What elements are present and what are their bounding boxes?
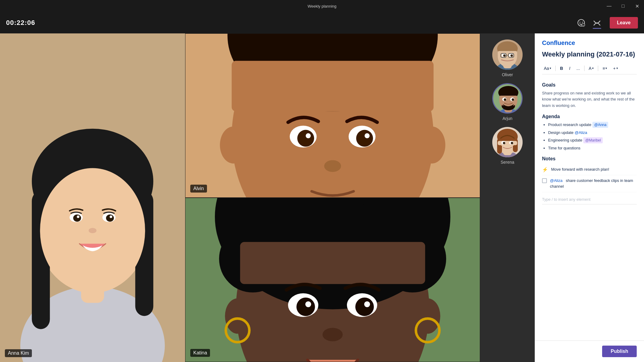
minimize-button[interactable]: — bbox=[602, 0, 616, 12]
confluence-sidebar: Confluence Weekly planning (2021-07-16) … bbox=[535, 33, 644, 362]
svg-point-28 bbox=[297, 130, 314, 147]
notes-section: ⚡ Move forward with research plan! @Aliz… bbox=[542, 164, 637, 204]
alvin-label: Alvin bbox=[190, 185, 207, 193]
more-formatting-button[interactable]: ... bbox=[575, 65, 582, 72]
confluence-icon bbox=[593, 19, 601, 27]
svg-point-34 bbox=[419, 127, 446, 164]
oliver-avatar-image bbox=[492, 39, 523, 70]
main-area: Anna Kim bbox=[0, 33, 644, 362]
text-color-button[interactable]: A ▾ bbox=[587, 65, 595, 72]
call-timer: 00:22:06 bbox=[6, 19, 35, 27]
katina-label: Katina bbox=[190, 349, 210, 357]
svg-point-15 bbox=[73, 214, 81, 222]
svg-point-51 bbox=[364, 301, 370, 307]
top-bar: 00:22:06 + Leave bbox=[0, 12, 644, 33]
participant-arjun: Arjun bbox=[492, 83, 523, 121]
window-title: Weekly planning bbox=[307, 4, 336, 9]
toolbar-divider-3 bbox=[598, 66, 598, 71]
emoji-reaction-button[interactable]: + bbox=[575, 16, 588, 29]
svg-point-29 bbox=[356, 130, 373, 147]
toolbar-divider-2 bbox=[584, 66, 585, 71]
note-input-placeholder[interactable]: Type / to insert any element bbox=[542, 195, 637, 204]
svg-point-17 bbox=[77, 215, 80, 218]
participant-serena: Serena bbox=[492, 127, 523, 165]
participants-sidebar: Oliver bbox=[480, 33, 535, 362]
svg-point-31 bbox=[364, 133, 370, 138]
svg-point-2 bbox=[582, 22, 583, 23]
alvin-video-feed bbox=[185, 34, 480, 197]
svg-point-53 bbox=[225, 298, 250, 333]
close-button[interactable]: ✕ bbox=[630, 0, 644, 12]
note-item-1: ⚡ Move forward with research plan! bbox=[542, 164, 637, 175]
video-cell-katina: Katina bbox=[185, 198, 480, 362]
svg-point-50 bbox=[305, 301, 311, 307]
svg-point-30 bbox=[306, 133, 311, 138]
svg-point-54 bbox=[415, 298, 440, 333]
add-element-button[interactable]: + ▾ bbox=[611, 65, 619, 72]
svg-point-32 bbox=[324, 160, 341, 172]
note-item-2: @Aliza share customer feedback clips in … bbox=[542, 175, 637, 192]
arjun-avatar bbox=[492, 83, 523, 114]
mention-aliza-note: @Aliza bbox=[550, 178, 562, 183]
note-text-2: @Aliza share customer feedback clips in … bbox=[550, 178, 637, 190]
lightning-icon: ⚡ bbox=[542, 167, 548, 172]
confluence-header: Confluence Weekly planning (2021-07-16) … bbox=[535, 33, 644, 77]
title-bar: Weekly planning — □ ✕ bbox=[0, 0, 644, 12]
goals-text: Share progress on new and existing work … bbox=[542, 90, 637, 109]
agenda-list: Product research update @Anna Design upd… bbox=[542, 122, 637, 151]
katina-video-feed bbox=[185, 198, 480, 362]
svg-point-83 bbox=[512, 98, 514, 101]
oliver-avatar bbox=[492, 39, 523, 70]
italic-button[interactable]: I bbox=[567, 65, 572, 72]
font-size-button[interactable]: Aa ▾ bbox=[542, 65, 553, 72]
agenda-heading: Agenda bbox=[542, 114, 637, 119]
maximize-button[interactable]: □ bbox=[616, 0, 630, 12]
note-checkbox-1[interactable] bbox=[542, 178, 547, 183]
confluence-panel-button[interactable] bbox=[590, 16, 604, 29]
confluence-content: Goals Share progress on new and existing… bbox=[535, 77, 644, 340]
video-cell-alvin: Alvin bbox=[185, 33, 480, 198]
arjun-avatar-image bbox=[493, 84, 523, 114]
svg-point-98 bbox=[503, 142, 505, 144]
bold-button[interactable]: B bbox=[558, 65, 565, 72]
note-text-1: Move forward with research plan! bbox=[551, 166, 637, 172]
agenda-item-2: Design update @Aliza bbox=[548, 130, 637, 136]
video-large-anna: Anna Kim bbox=[0, 33, 185, 362]
agenda-item-1-text: Product research update bbox=[548, 122, 592, 127]
publish-button[interactable]: Publish bbox=[602, 346, 637, 357]
participant-oliver: Oliver bbox=[492, 39, 523, 77]
agenda-item-3: Engineering update @Maribel bbox=[548, 137, 637, 143]
anna-video-feed bbox=[0, 33, 185, 362]
serena-name: Serena bbox=[500, 160, 514, 165]
anna-label: Anna Kim bbox=[5, 349, 32, 357]
mention-maribel[interactable]: @Maribel bbox=[583, 137, 603, 143]
notes-heading: Notes bbox=[542, 156, 637, 162]
confluence-doc-title: Weekly planning (2021-07-16) bbox=[542, 50, 637, 59]
svg-point-48 bbox=[297, 298, 315, 316]
emoji-icon: + bbox=[577, 19, 585, 27]
video-grid: Alvin bbox=[185, 33, 480, 362]
svg-text:+: + bbox=[583, 24, 584, 26]
serena-avatar-image bbox=[492, 127, 523, 157]
list-button[interactable]: ≡ ▾ bbox=[601, 65, 609, 72]
agenda-item-4: Time for questions bbox=[548, 145, 637, 151]
confluence-toolbar: Aa ▾ B I ... A ▾ bbox=[542, 63, 637, 74]
mention-anna[interactable]: @Anna bbox=[592, 122, 608, 128]
svg-rect-45 bbox=[240, 242, 425, 284]
agenda-item-1: Product research update @Anna bbox=[548, 122, 637, 128]
mention-aliza-plain: @Aliza bbox=[575, 130, 587, 135]
confluence-footer: Publish bbox=[535, 340, 644, 362]
oliver-name: Oliver bbox=[502, 72, 513, 77]
leave-button[interactable]: Leave bbox=[610, 17, 638, 29]
agenda-item-3-text: Engineering update bbox=[548, 138, 583, 142]
svg-point-33 bbox=[220, 127, 247, 164]
goals-heading: Goals bbox=[542, 82, 637, 88]
top-bar-icons: + bbox=[575, 16, 604, 29]
svg-point-52 bbox=[323, 328, 343, 341]
arjun-name: Arjun bbox=[503, 116, 513, 121]
svg-rect-91 bbox=[497, 138, 502, 154]
svg-point-49 bbox=[355, 298, 374, 316]
agenda-item-4-text: Time for questions bbox=[548, 146, 580, 150]
svg-point-16 bbox=[106, 214, 114, 222]
window-controls: — □ ✕ bbox=[602, 0, 644, 12]
